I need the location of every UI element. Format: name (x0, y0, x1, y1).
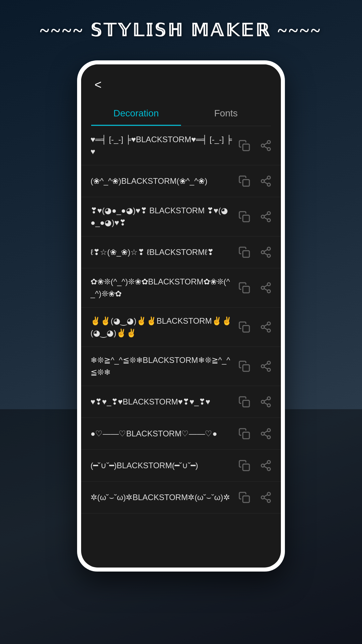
action-icons (236, 358, 274, 375)
item-text: ✌✌(◕‿◕)✌✌BLACKSTORM✌✌(◕‿◕)✌✌ (90, 315, 232, 339)
copy-button[interactable] (236, 425, 253, 442)
action-icons (236, 173, 274, 190)
item-text: (━˘∪˘━)BLACKSTORM(━˘∪˘━) (90, 460, 232, 472)
decoration-list: ♥═╡ [-_-] ╞♥BLACKSTORM♥═╡ [-_-] ╞♥ (❀^_^… (81, 126, 281, 514)
action-icons (236, 279, 274, 296)
share-button[interactable] (257, 393, 274, 410)
svg-line-16 (264, 217, 267, 219)
item-text: ❣♥(◕●_●◕)♥❣ BLACKSTORM ❣♥(◕●_●◕)♥❣ (90, 205, 232, 229)
copy-button[interactable] (236, 489, 253, 506)
action-icons (236, 137, 274, 154)
svg-line-29 (264, 285, 267, 287)
action-icons (236, 208, 274, 225)
share-button[interactable] (257, 457, 274, 474)
svg-line-22 (264, 253, 267, 255)
share-button[interactable] (257, 358, 274, 375)
item-text: ❄❊≧^_^≦❊❄BLACKSTORM❄❊≧^_^≦❊❄ (90, 354, 232, 378)
share-button[interactable] (257, 173, 274, 190)
item-text: ♥═╡ [-_-] ╞♥BLACKSTORM♥═╡ [-_-] ╞♥ (90, 133, 232, 158)
tab-fonts[interactable]: Fonts (181, 102, 271, 126)
phone-screen: < Decoration Fonts ♥═╡ [-_-] ╞♥BLACKSTOR… (81, 64, 281, 568)
svg-rect-24 (243, 286, 250, 293)
item-text: ✲(ω˘⌣˘ω)✲BLACKSTORM✲(ω˘⌣˘ω)✲ (90, 491, 232, 503)
svg-line-46 (264, 402, 267, 405)
copy-button[interactable] (236, 208, 253, 225)
svg-line-52 (264, 434, 267, 436)
svg-line-35 (264, 324, 267, 326)
share-button[interactable] (257, 425, 274, 442)
back-button[interactable]: < (91, 74, 105, 95)
svg-rect-18 (243, 251, 250, 258)
tabs-container: Decoration Fonts (91, 102, 271, 126)
list-item: ♥═╡ [-_-] ╞♥BLACKSTORM♥═╡ [-_-] ╞♥ (81, 126, 281, 165)
list-item: ✿❀❊(^_^)❊❀✿BLACKSTORM✿❀❊(^_^)❊❀✿ (81, 268, 281, 308)
list-item: ●♡——♡BLACKSTORM♡——♡● (81, 418, 281, 450)
svg-rect-42 (243, 400, 250, 407)
svg-line-11 (264, 178, 267, 180)
copy-button[interactable] (236, 393, 253, 410)
list-item: ℓ❣☆(❀_❀)☆❣ ℓBLACKSTORMℓ❣ (81, 236, 281, 268)
action-icons (236, 319, 274, 335)
svg-line-10 (264, 182, 267, 184)
svg-line-65 (264, 495, 267, 497)
item-text: (❀^_^❀)BLACKSTORM(❀^_^❀) (90, 175, 232, 187)
copy-button[interactable] (236, 457, 253, 474)
svg-line-53 (264, 431, 267, 433)
svg-rect-6 (243, 180, 250, 186)
list-item: ❄❊≧^_^≦❊❄BLACKSTORM❄❊≧^_^≦❊❄ (81, 347, 281, 386)
svg-line-17 (264, 214, 267, 216)
svg-rect-12 (243, 215, 250, 222)
share-button[interactable] (257, 489, 274, 506)
svg-line-41 (264, 364, 267, 366)
svg-line-4 (264, 146, 267, 148)
svg-line-58 (264, 466, 267, 468)
list-item: (━˘∪˘━)BLACKSTORM(━˘∪˘━) (81, 450, 281, 482)
share-button[interactable] (257, 244, 274, 261)
svg-line-5 (264, 143, 267, 145)
action-icons (236, 457, 274, 474)
copy-button[interactable] (236, 358, 253, 375)
svg-rect-0 (243, 144, 250, 151)
svg-rect-60 (243, 496, 250, 503)
svg-line-47 (264, 399, 267, 401)
list-item: ♥❣♥_❣♥BLACKSTORM♥❣♥_❣♥ (81, 386, 281, 418)
list-item: (❀^_^❀)BLACKSTORM(❀^_^❀) (81, 165, 281, 197)
svg-rect-36 (243, 365, 250, 372)
screen-header: < Decoration Fonts (81, 64, 281, 126)
item-text: ✿❀❊(^_^)❊❀✿BLACKSTORM✿❀❊(^_^)❊❀✿ (90, 276, 232, 300)
copy-button[interactable] (236, 244, 253, 261)
list-item: ✌✌(◕‿◕)✌✌BLACKSTORM✌✌(◕‿◕)✌✌ (81, 308, 281, 347)
svg-line-28 (264, 288, 267, 290)
item-text: ℓ❣☆(❀_❀)☆❣ ℓBLACKSTORMℓ❣ (90, 246, 232, 258)
svg-rect-48 (243, 432, 250, 439)
action-icons (236, 393, 274, 410)
action-icons (236, 489, 274, 506)
item-text: ●♡——♡BLACKSTORM♡——♡● (90, 428, 232, 440)
action-icons (236, 425, 274, 442)
list-item: ✲(ω˘⌣˘ω)✲BLACKSTORM✲(ω˘⌣˘ω)✲ (81, 482, 281, 514)
share-button[interactable] (257, 208, 274, 225)
svg-rect-30 (243, 326, 250, 332)
app-title-area: ~~~~ 𝕊𝕋𝕐𝕃𝕀𝕊ℍ 𝕄𝔸𝕂𝔼ℝ ~~~~ (0, 0, 362, 54)
svg-line-64 (264, 498, 267, 500)
tab-decoration[interactable]: Decoration (91, 102, 181, 126)
copy-button[interactable] (236, 279, 253, 296)
phone-mockup: < Decoration Fonts ♥═╡ [-_-] ╞♥BLACKSTOR… (77, 60, 285, 572)
share-button[interactable] (257, 137, 274, 154)
copy-button[interactable] (236, 319, 253, 335)
svg-line-40 (264, 367, 267, 369)
share-button[interactable] (257, 319, 274, 335)
app-title: ~~~~ 𝕊𝕋𝕐𝕃𝕀𝕊ℍ 𝕄𝔸𝕂𝔼ℝ ~~~~ (7, 20, 355, 40)
svg-rect-54 (243, 464, 250, 471)
copy-button[interactable] (236, 173, 253, 190)
list-item: ❣♥(◕●_●◕)♥❣ BLACKSTORM ❣♥(◕●_●◕)♥❣ (81, 197, 281, 236)
copy-button[interactable] (236, 137, 253, 154)
svg-line-23 (264, 250, 267, 252)
svg-line-34 (264, 328, 267, 330)
item-text: ♥❣♥_❣♥BLACKSTORM♥❣♥_❣♥ (90, 396, 232, 408)
action-icons (236, 244, 274, 261)
share-button[interactable] (257, 279, 274, 296)
svg-line-59 (264, 463, 267, 465)
